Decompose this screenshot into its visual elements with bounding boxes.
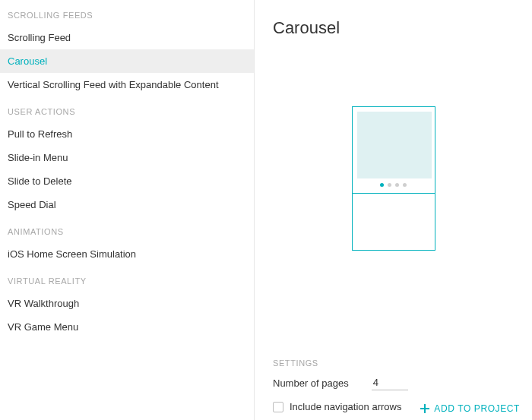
page-dots [357, 178, 430, 191]
page-dot[interactable] [388, 183, 391, 187]
pages-label: Number of pages [273, 377, 349, 389]
pages-field-row: Number of pages [273, 375, 514, 390]
section-header: USER ACTIONS [0, 96, 254, 122]
arrows-label: Include navigation arrows [290, 401, 401, 412]
sidebar: SCROLLING FEEDSScrolling FeedCarouselVer… [0, 0, 255, 420]
sidebar-item[interactable]: VR Game Menu [0, 315, 254, 339]
carousel-upper [353, 107, 435, 194]
section-header: SCROLLING FEEDS [0, 0, 254, 26]
add-to-project-label: ADD TO PROJECT [434, 403, 520, 414]
sidebar-item[interactable]: Pull to Refresh [0, 122, 254, 146]
sidebar-item[interactable]: VR Walkthrough [0, 292, 254, 315]
sidebar-item[interactable]: Slide to Delete [0, 169, 254, 193]
sidebar-item[interactable]: Speed Dial [0, 193, 254, 216]
add-to-project-button[interactable]: ADD TO PROJECT [420, 403, 520, 414]
sidebar-item[interactable]: Vertical Scrolling Feed with Expandable … [0, 73, 254, 96]
settings-block: SETTINGS Number of pages Include navigat… [273, 313, 514, 412]
app-root: SCROLLING FEEDSScrolling FeedCarouselVer… [0, 0, 532, 420]
sidebar-item[interactable]: Scrolling Feed [0, 26, 254, 49]
page-title: Carousel [273, 18, 514, 38]
pages-input[interactable] [372, 375, 408, 390]
page-dot[interactable] [380, 183, 384, 187]
page-dot[interactable] [395, 183, 399, 187]
arrows-checkbox[interactable] [273, 402, 283, 412]
preview-area [273, 106, 514, 251]
device-preview [352, 106, 435, 251]
settings-header: SETTINGS [273, 358, 514, 368]
carousel-slide [357, 112, 432, 178]
sidebar-item[interactable]: iOS Home Screen Simulation [0, 242, 254, 266]
plus-icon [420, 404, 429, 413]
sidebar-item[interactable]: Slide-in Menu [0, 146, 254, 169]
carousel-lower [353, 194, 435, 250]
page-dot[interactable] [403, 183, 407, 187]
main-panel: Carousel SETTINGS Number of pages Includ… [255, 0, 532, 420]
section-header: VIRTUAL REALITY [0, 266, 254, 292]
section-header: ANIMATIONS [0, 216, 254, 242]
sidebar-item[interactable]: Carousel [0, 49, 254, 73]
